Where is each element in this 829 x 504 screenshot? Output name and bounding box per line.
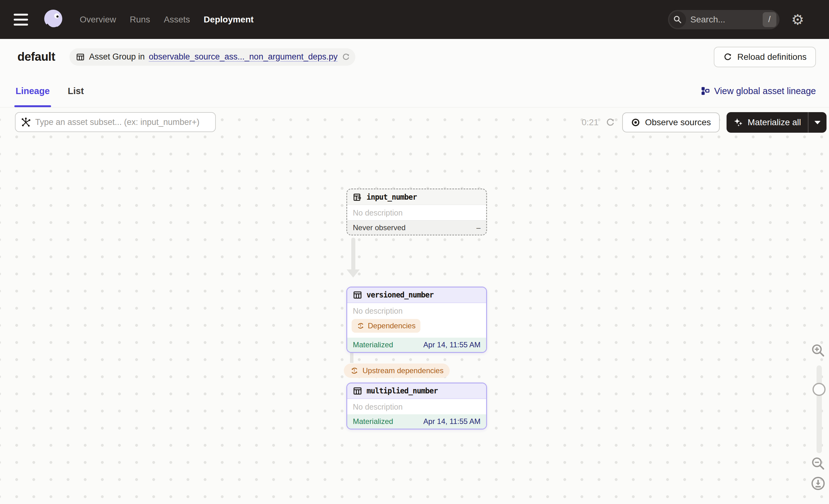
asset-description: No description <box>347 303 486 318</box>
page-title: default <box>17 50 55 64</box>
menu-icon[interactable] <box>14 14 28 26</box>
upstream-dependencies-badge[interactable]: ! Upstream dependencies <box>344 363 450 378</box>
changed-deps-icon: ! <box>350 366 359 375</box>
asset-group-icon <box>76 52 85 62</box>
svg-text:!: ! <box>360 324 361 328</box>
gear-icon[interactable]: ⚙︎ <box>791 12 804 27</box>
asset-status-label: Materialized <box>353 340 393 349</box>
refresh-icon[interactable] <box>605 117 615 128</box>
view-tabs: Lineage List <box>15 75 84 107</box>
edge-input-to-versioned <box>351 238 355 270</box>
asset-node-versioned-number[interactable]: versioned_number No description ! Depend… <box>346 287 487 353</box>
asset-group-chip: Asset Group in observable_source_ass..._… <box>69 48 355 66</box>
refresh-icon[interactable] <box>341 52 350 61</box>
nav-item-overview[interactable]: Overview <box>80 15 116 25</box>
nav-item-assets[interactable]: Assets <box>164 15 190 25</box>
svg-text:!: ! <box>354 368 355 373</box>
asset-node-multiplied-number[interactable]: multiplied_number No description Materia… <box>346 383 487 430</box>
asset-status-value[interactable]: Apr 14, 11:55 AM <box>423 340 480 349</box>
materialize-options-dropdown[interactable] <box>808 112 827 133</box>
page-header: default Asset Group in observable_source… <box>0 39 829 75</box>
observable-source-table-icon <box>353 192 362 202</box>
asset-node-header: input_number <box>347 189 486 205</box>
view-global-asset-lineage-link[interactable]: View global asset lineage <box>700 86 816 96</box>
asset-node-header: multiplied_number <box>347 384 486 399</box>
edge-arrowhead-icon <box>347 269 360 278</box>
lineage-canvas[interactable]: 0:21 Observe sources Materialize all <box>0 107 829 504</box>
reload-definitions-label: Reload definitions <box>737 52 806 62</box>
table-icon <box>353 290 362 300</box>
caret-down-icon <box>814 121 821 124</box>
asset-subset-filter <box>15 112 216 132</box>
asset-description: No description <box>347 205 486 220</box>
asset-name: versioned_number <box>366 291 433 299</box>
asset-node-header: versioned_number <box>347 288 486 303</box>
asset-warnings-row: ! Dependencies <box>347 318 486 338</box>
observe-sources-label: Observe sources <box>645 117 711 128</box>
tab-lineage[interactable]: Lineage <box>15 75 50 107</box>
materialize-all-split-button: Materialize all <box>726 112 827 133</box>
search-shortcut-key: / <box>763 12 777 27</box>
asset-subset-input[interactable] <box>35 117 211 127</box>
sparkle-icon <box>733 117 743 128</box>
refresh-icon <box>723 52 732 62</box>
tab-list[interactable]: List <box>68 75 84 107</box>
asset-status-row: Materialized Apr 14, 11:55 AM <box>347 338 486 352</box>
asset-node-input-number[interactable]: input_number No description Never observ… <box>346 188 487 236</box>
download-view-icon[interactable] <box>810 476 826 491</box>
asset-group-file-link[interactable]: observable_source_ass..._non_argument_de… <box>149 52 337 62</box>
asset-status-value: – <box>476 223 480 232</box>
asset-name: multiplied_number <box>366 387 438 395</box>
zoom-slider-track[interactable] <box>817 365 822 453</box>
asset-status-label: Materialized <box>353 417 393 426</box>
materialize-all-label: Materialize all <box>748 117 801 128</box>
asset-name: input_number <box>366 193 417 202</box>
primary-nav: Overview Runs Assets Deployment <box>80 15 253 25</box>
observe-icon <box>631 118 640 127</box>
asset-status-row: Never observed – <box>347 220 486 235</box>
zoom-out-icon[interactable] <box>811 456 825 471</box>
nav-item-deployment[interactable]: Deployment <box>204 15 253 25</box>
tabs-row: Lineage List View global asset lineage <box>0 75 829 107</box>
asset-graph-icon <box>21 117 31 128</box>
search-icon <box>669 11 686 28</box>
observe-sources-button[interactable]: Observe sources <box>622 112 720 132</box>
asset-group-prefix: Asset Group in <box>89 52 145 62</box>
dagster-logo-icon[interactable] <box>40 7 65 32</box>
upstream-dependencies-label: Upstream dependencies <box>362 366 443 375</box>
search-input[interactable] <box>686 15 763 25</box>
asset-status-label: Never observed <box>353 223 405 232</box>
zoom-slider-handle[interactable] <box>813 383 826 396</box>
view-global-asset-lineage-label: View global asset lineage <box>714 86 816 96</box>
global-search[interactable]: / <box>668 10 780 29</box>
top-navigation-bar: Overview Runs Assets Deployment / ⚙︎ <box>0 0 829 39</box>
asset-status-value[interactable]: Apr 14, 11:55 AM <box>423 417 480 426</box>
asset-description: No description <box>347 399 486 414</box>
nav-item-runs[interactable]: Runs <box>130 15 150 25</box>
dependencies-changed-badge[interactable]: ! Dependencies <box>352 319 421 333</box>
changed-deps-icon: ! <box>357 322 365 330</box>
asset-status-row: Materialized Apr 14, 11:55 AM <box>347 414 486 429</box>
lineage-icon <box>700 86 710 96</box>
table-icon <box>353 386 362 396</box>
dependencies-badge-label: Dependencies <box>368 321 416 330</box>
reload-definitions-button[interactable]: Reload definitions <box>714 47 816 67</box>
refresh-countdown: 0:21 <box>582 117 599 128</box>
zoom-in-icon[interactable] <box>811 343 825 358</box>
materialize-all-button[interactable]: Materialize all <box>726 112 808 133</box>
lineage-toolbar-actions: 0:21 Observe sources Materialize all <box>582 112 827 133</box>
